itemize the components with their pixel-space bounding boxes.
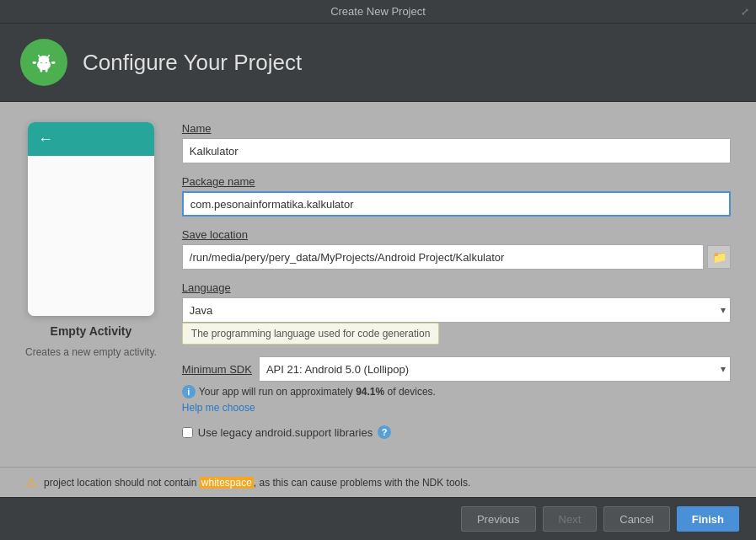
svg-point-9 — [39, 56, 50, 63]
name-input[interactable] — [182, 138, 731, 163]
svg-point-6 — [38, 55, 40, 56]
package-field-group: Package name — [182, 175, 731, 217]
title-bar: Create New Project ⤢ — [0, 0, 756, 24]
legacy-checkbox[interactable] — [182, 427, 193, 438]
finish-button[interactable]: Finish — [677, 506, 739, 532]
svg-point-8 — [48, 55, 50, 56]
content-area: ← Empty Activity Creates a new empty act… — [0, 102, 756, 467]
sdk-info-icon[interactable]: i — [182, 385, 196, 398]
svg-rect-11 — [46, 68, 48, 72]
header-title: Configure Your Project — [83, 50, 302, 76]
next-button: Next — [543, 506, 598, 532]
header-icon — [20, 39, 67, 86]
sdk-field-group: Minimum SDK API 21: Android 5.0 (Lollipo… — [182, 356, 731, 414]
name-field-group: Name — [182, 122, 731, 163]
sdk-select-wrap: API 21: Android 5.0 (Lollipop) API 16: A… — [259, 356, 731, 382]
sdk-note: i Your app will run on approximately 94.… — [182, 385, 731, 398]
back-arrow-icon: ← — [38, 131, 53, 148]
browse-folder-button[interactable]: 📁 — [707, 245, 731, 269]
save-location-wrap: 📁 — [182, 244, 731, 270]
package-label: Package name — [182, 175, 731, 188]
sdk-percentage: 94.1% — [356, 386, 384, 398]
phone-mockup: ← — [28, 122, 154, 316]
footer: Previous Next Cancel Finish — [0, 497, 756, 540]
header: Configure Your Project — [0, 24, 756, 102]
language-label: Language — [182, 281, 731, 294]
activity-sublabel: Creates a new empty activity. — [25, 346, 157, 358]
package-input[interactable] — [182, 191, 731, 217]
warning-bar: ⚠ project location should not contain wh… — [0, 467, 756, 497]
save-location-label: Save location — [182, 228, 731, 241]
language-select[interactable]: Java Kotlin — [182, 297, 731, 323]
language-tooltip: The programming language used for code g… — [182, 323, 440, 345]
restore-icon[interactable]: ⤢ — [741, 6, 749, 18]
help-me-choose-link[interactable]: Help me choose — [182, 402, 731, 414]
language-field-group: Language Java Kotlin ▾ The programming l… — [182, 281, 731, 345]
sdk-note-text: Your app will run on approximately 94.1%… — [199, 386, 436, 398]
form-panel: Name Package name Save location 📁 Langua… — [182, 122, 731, 446]
save-location-field-group: Save location 📁 — [182, 228, 731, 270]
previous-button[interactable]: Previous — [461, 506, 536, 532]
phone-body — [28, 156, 154, 316]
warning-highlight: whitespace — [200, 477, 254, 489]
warning-icon: ⚠ — [25, 474, 37, 490]
warning-text: project location should not contain whit… — [44, 477, 470, 489]
svg-rect-12 — [33, 61, 37, 64]
activity-label: Empty Activity — [51, 324, 132, 338]
phone-action-bar: ← — [28, 122, 154, 156]
cancel-button[interactable]: Cancel — [603, 506, 669, 532]
legacy-info-icon[interactable]: ? — [378, 425, 391, 439]
svg-rect-10 — [40, 68, 43, 72]
language-select-wrap: Java Kotlin ▾ — [182, 297, 731, 323]
min-sdk-select[interactable]: API 21: Android 5.0 (Lollipop) API 16: A… — [259, 356, 731, 382]
legacy-checkbox-label: Use legacy android.support libraries — [198, 426, 373, 439]
preview-panel: ← Empty Activity Creates a new empty act… — [25, 122, 157, 446]
title-bar-text: Create New Project — [330, 5, 426, 18]
name-label: Name — [182, 122, 731, 135]
legacy-checkbox-row: Use legacy android.support libraries ? — [182, 425, 731, 439]
svg-rect-13 — [51, 61, 56, 64]
save-location-input[interactable] — [182, 244, 704, 270]
min-sdk-label: Minimum SDK — [182, 363, 252, 376]
